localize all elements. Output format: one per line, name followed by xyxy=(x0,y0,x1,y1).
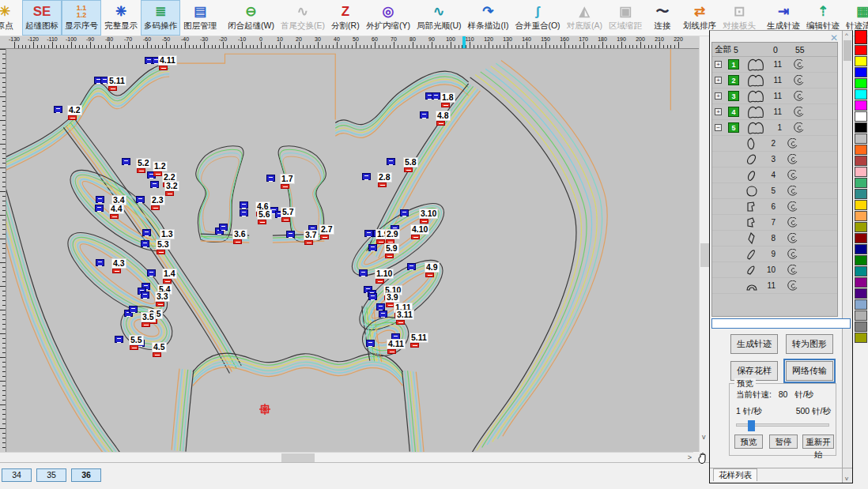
stitch-label[interactable]: 3.9 xyxy=(385,292,400,303)
color-swatch[interactable] xyxy=(855,333,867,343)
color-swatch[interactable] xyxy=(855,200,867,210)
stitch-label[interactable]: 3.3 xyxy=(155,292,170,302)
stitch-label[interactable]: 3.5 xyxy=(141,312,156,322)
color-swatch[interactable] xyxy=(855,89,867,100)
node-marker[interactable] xyxy=(366,340,375,347)
speed-slider-thumb[interactable] xyxy=(748,420,755,431)
pattern-row-3[interactable]: +311 xyxy=(712,88,837,104)
stitch-label[interactable]: 4.3 xyxy=(111,258,126,269)
toolbar-button-show-number[interactable]: 1.11.2显示序号 xyxy=(62,0,101,36)
node-marker[interactable] xyxy=(122,158,130,165)
speed-slider[interactable] xyxy=(736,423,829,427)
stitch-label[interactable]: 1.8 xyxy=(440,92,455,103)
stitch-label[interactable]: 5.7 xyxy=(281,207,296,217)
network-transfer-button[interactable]: 网络传输 xyxy=(786,361,833,381)
page-tab-34[interactable]: 34 xyxy=(2,468,32,482)
node-marker[interactable] xyxy=(266,175,275,182)
stitch-label[interactable]: 3.2 xyxy=(164,181,179,191)
node-marker[interactable] xyxy=(115,336,123,343)
pause-button[interactable]: 暂停 xyxy=(769,434,798,449)
pattern-child-row-10[interactable]: 10 xyxy=(712,262,837,278)
toolbar-button-merge-overlap[interactable]: ʃ合并重合(O) xyxy=(511,0,563,36)
pattern-child-row-7[interactable]: 7 xyxy=(712,215,837,231)
stitch-label[interactable]: 1.10 xyxy=(375,269,394,279)
toolbar-button-smooth[interactable]: ∿局部光顺(U) xyxy=(413,0,465,36)
node-marker[interactable] xyxy=(240,201,248,209)
stitch-label[interactable]: 2.8 xyxy=(377,172,392,182)
stitch-label[interactable]: 3.7 xyxy=(304,230,319,240)
stitch-label[interactable]: 1.4 xyxy=(162,269,177,279)
color-swatch[interactable] xyxy=(855,277,867,288)
stitch-label[interactable]: 4.4 xyxy=(109,204,124,214)
pattern-list-tab[interactable]: 花样列表 xyxy=(713,468,757,481)
node-marker[interactable] xyxy=(387,158,395,165)
stitch-label[interactable]: 1.2 xyxy=(153,161,168,171)
color-swatch[interactable] xyxy=(855,244,867,254)
pattern-child-row-9[interactable]: 9 xyxy=(712,246,837,262)
object-list-scrollbar[interactable]: ^ v xyxy=(842,31,852,483)
list-scroll-up-arrow[interactable]: ^ xyxy=(845,32,848,39)
pattern-child-row-8[interactable]: 8 xyxy=(712,231,837,246)
stitch-label[interactable]: 5.8 xyxy=(403,157,418,167)
stitch-label[interactable]: 5.3 xyxy=(156,239,171,250)
vertical-scrollbar[interactable]: v xyxy=(699,36,709,452)
color-swatch[interactable] xyxy=(855,288,867,299)
color-swatch[interactable] xyxy=(855,67,867,77)
to-graphic-button[interactable]: 转为图形 xyxy=(786,334,833,354)
toolbar-button-split[interactable]: Z分割(R) xyxy=(328,0,363,36)
stitch-label[interactable]: 4.9 xyxy=(425,262,440,273)
list-scroll-down-arrow[interactable]: v xyxy=(845,475,848,482)
node-marker[interactable] xyxy=(286,231,295,238)
node-marker[interactable] xyxy=(432,92,440,100)
stitch-label[interactable]: 5.11 xyxy=(108,76,126,86)
color-swatch[interactable] xyxy=(855,233,867,243)
collapse-icon[interactable]: − xyxy=(715,124,722,131)
toolbar-button-origin[interactable]: ✳原点 xyxy=(0,0,22,36)
page-tab-36[interactable]: 36 xyxy=(71,468,101,482)
color-swatch[interactable] xyxy=(855,156,867,166)
color-swatch[interactable] xyxy=(855,111,867,122)
v-scroll-thumb[interactable] xyxy=(700,243,709,267)
expand-icon[interactable]: + xyxy=(715,92,722,100)
toolbar-button-closed-start[interactable]: ⊖闭合起缝(W) xyxy=(225,0,277,36)
node-marker[interactable] xyxy=(54,106,62,113)
pattern-child-row-11[interactable]: 11 xyxy=(712,278,837,294)
stitch-label[interactable]: 4.2 xyxy=(67,105,82,115)
stitch-label[interactable]: 4.11 xyxy=(387,339,406,349)
node-marker[interactable] xyxy=(400,209,409,216)
node-marker[interactable] xyxy=(96,196,104,203)
stitch-label[interactable]: 4.11 xyxy=(158,55,177,66)
h-scroll-thumb[interactable] xyxy=(281,453,315,462)
node-marker[interactable] xyxy=(407,263,416,270)
pattern-child-row-3[interactable]: 3 xyxy=(712,152,837,167)
node-marker[interactable] xyxy=(362,173,371,180)
color-swatch[interactable] xyxy=(855,134,867,144)
pattern-row-1[interactable]: +111 xyxy=(712,57,837,73)
object-list[interactable]: 全部50550 +111+211+311+411−51234567891011 xyxy=(711,42,838,317)
node-marker[interactable] xyxy=(95,205,104,212)
color-swatch[interactable] xyxy=(855,178,867,188)
stitch-label[interactable]: 3.10 xyxy=(419,209,438,219)
node-marker[interactable] xyxy=(368,244,377,251)
generate-stitch-button[interactable]: 生成针迹 xyxy=(730,334,778,354)
stitch-label[interactable]: 5.5 xyxy=(129,335,144,345)
color-swatch[interactable] xyxy=(855,222,867,232)
stitch-label[interactable]: 1.3 xyxy=(160,229,175,239)
node-marker[interactable] xyxy=(129,306,138,313)
stitch-label[interactable]: 5.11 xyxy=(409,333,428,343)
node-marker[interactable] xyxy=(219,224,228,231)
color-swatch[interactable] xyxy=(855,100,867,111)
expand-icon[interactable]: + xyxy=(715,61,722,68)
color-swatch[interactable] xyxy=(855,211,867,221)
list-scroll-thumb[interactable] xyxy=(843,40,851,61)
design-canvas[interactable]: 4.115.114.21.84.85.21.22.23.25.82.81.73.… xyxy=(6,49,699,452)
color-swatch[interactable] xyxy=(855,266,867,276)
stitch-label[interactable]: 4.10 xyxy=(410,224,429,235)
node-marker[interactable] xyxy=(379,310,387,318)
stitch-label[interactable]: 5.9 xyxy=(384,243,399,254)
stitch-label[interactable]: 5.6 xyxy=(257,209,272,220)
stitch-label[interactable]: 3.6 xyxy=(232,229,247,239)
stitch-label[interactable]: 5.2 xyxy=(136,158,151,168)
page-tab-35[interactable]: 35 xyxy=(36,468,66,482)
toolbar-button-layers[interactable]: ▤图层管理 xyxy=(180,0,220,36)
